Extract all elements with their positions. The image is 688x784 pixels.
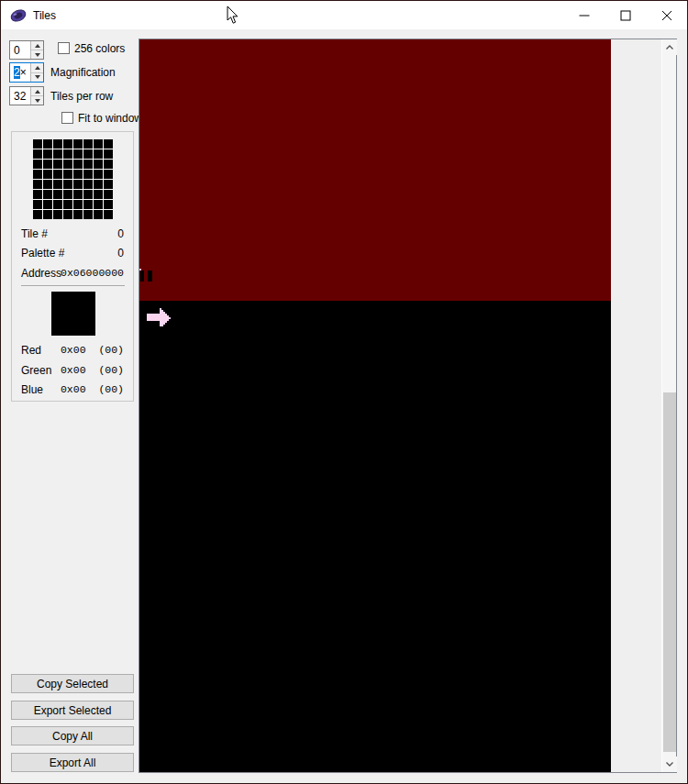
tile-pixel (63, 170, 72, 179)
export-all-button[interactable]: Export All (11, 753, 134, 772)
maximize-icon (620, 10, 631, 21)
tiles-window: Tiles 0 256 colors 2× M (0, 0, 688, 784)
magnification-spinbox[interactable]: 2× (9, 62, 44, 83)
tile-pixel (63, 210, 72, 219)
tile-pixel (63, 160, 72, 169)
spin-up-button[interactable] (31, 63, 43, 73)
tile-number-label: Tile # (21, 227, 48, 240)
separator-line (21, 285, 125, 286)
scroll-up-button[interactable] (662, 39, 677, 55)
magnification-label: Magnification (50, 66, 116, 79)
tile-pixel (53, 160, 62, 169)
tile-pixel (104, 200, 113, 209)
green-value: 0x00 (00) (61, 364, 124, 376)
palette-spinbox[interactable]: 0 (9, 40, 44, 60)
tile-view[interactable] (139, 39, 677, 773)
address-value: 0x06000000 (61, 267, 124, 279)
scrollbar-thumb[interactable] (663, 392, 676, 752)
tile-pixel (63, 139, 72, 149)
tile-pixel (33, 200, 42, 209)
tile-pixel (63, 180, 72, 189)
magnification-spinbox-buttons (30, 63, 43, 82)
tiles-per-row-label: Tiles per row (50, 90, 113, 103)
tile-pixel (53, 190, 62, 199)
red-value: 0x00 (00) (61, 344, 124, 356)
tile-pixel (94, 170, 103, 179)
tile-pixel (43, 200, 52, 209)
tile-pixel (33, 180, 42, 189)
tile-pixel (73, 190, 83, 199)
scroll-down-button[interactable] (662, 756, 677, 772)
minimize-button[interactable] (563, 1, 605, 29)
tile-pixel (104, 170, 113, 179)
tiles-per-row-spinbox-value: 32 (14, 90, 26, 103)
tiles-per-row-spinbox[interactable]: 32 (9, 86, 44, 105)
tile-pixel (73, 170, 83, 179)
bar-mark-2 (148, 271, 152, 282)
triangle-up-icon (35, 90, 40, 94)
tile-pixel (94, 180, 103, 189)
tile-block-black[interactable] (139, 301, 611, 772)
bar-mark-1 (140, 271, 144, 282)
tile-pixel (53, 139, 62, 149)
magnification-spinbox-value: 2× (14, 66, 27, 79)
tile-pixel (83, 149, 93, 159)
tile-pixel (33, 139, 42, 149)
tile-pixel (53, 180, 62, 189)
spin-up-button[interactable] (31, 87, 43, 96)
tile-pixel (83, 200, 93, 209)
vertical-scrollbar[interactable] (661, 39, 676, 772)
tile-info-panel: Tile # 0 Palette # 0 Address 0x06000000 … (11, 131, 134, 402)
tile-pixel (73, 180, 83, 189)
tile-pixel (33, 149, 42, 159)
palette-spinbox-buttons (30, 41, 43, 59)
tile-pixel (94, 210, 103, 219)
tile-pixel (43, 139, 52, 149)
tile-pixel (53, 170, 62, 179)
close-button[interactable] (646, 1, 687, 29)
tile-pixel (104, 149, 113, 159)
maximize-button[interactable] (605, 1, 646, 29)
tile-pixel (104, 190, 113, 199)
window-controls (563, 1, 687, 29)
tile-pixel (94, 200, 103, 209)
chevron-up-icon (666, 45, 673, 50)
spin-up-button[interactable] (31, 41, 43, 50)
spin-down-button[interactable] (31, 96, 43, 105)
tile-pixel (94, 190, 103, 199)
tile-pixel (43, 170, 52, 179)
export-selected-button[interactable]: Export Selected (11, 701, 134, 720)
titlebar[interactable]: Tiles (1, 1, 687, 29)
palette-number-label: Palette # (21, 247, 64, 259)
triangle-down-icon (35, 75, 40, 79)
color-swatch (51, 292, 95, 336)
copy-selected-button[interactable]: Copy Selected (11, 674, 134, 693)
tile-pixel (63, 200, 72, 209)
tile-pixel (43, 160, 52, 169)
copy-all-button[interactable]: Copy All (11, 726, 134, 745)
tile-pixel (73, 160, 83, 169)
tile-pixel (104, 210, 113, 219)
triangle-down-icon (35, 99, 40, 103)
selected-text: 2 (14, 66, 20, 79)
triangle-up-icon (35, 44, 40, 48)
tile-pixel (94, 149, 103, 159)
minimize-icon (579, 10, 590, 21)
tile-pixel (43, 210, 52, 219)
mgba-app-icon (10, 7, 27, 24)
tile-pixel (104, 160, 113, 169)
tile-pixel (104, 139, 113, 149)
tile-pixel (104, 180, 113, 189)
close-icon (661, 10, 672, 21)
spin-down-button[interactable] (31, 73, 43, 83)
fit-to-window-checkbox[interactable] (61, 112, 73, 124)
tile-block-red[interactable] (139, 39, 611, 301)
spin-down-button[interactable] (31, 50, 43, 59)
red-label: Red (21, 344, 41, 357)
mouse-cursor-icon (227, 6, 239, 26)
tile-pixel (83, 170, 93, 179)
tile-pixel (33, 160, 42, 169)
tile-pixel (73, 200, 83, 209)
colors-256-checkbox[interactable] (58, 42, 70, 54)
tile-pixel (73, 210, 83, 219)
